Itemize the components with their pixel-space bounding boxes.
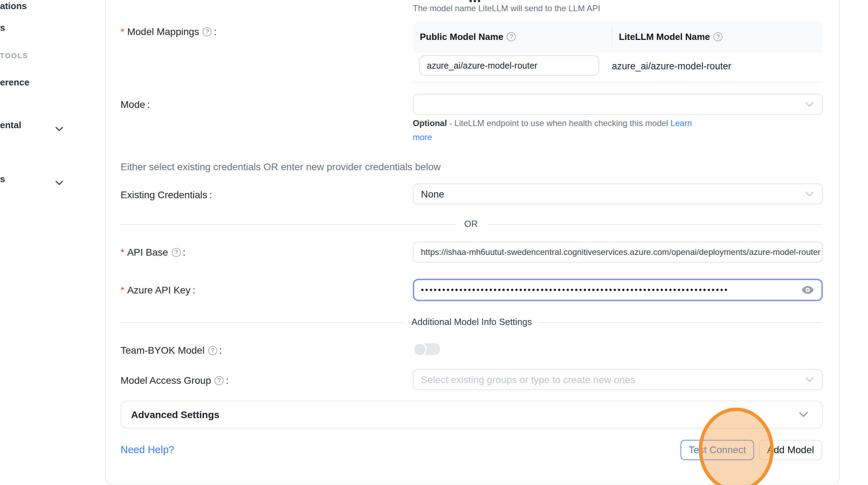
help-icon[interactable] [203,27,212,36]
help-icon[interactable] [172,248,181,257]
table-header-row: Public Model Name LiteLLM Model Name [414,21,822,53]
or-divider-text: OR [457,219,485,229]
model-name-note: The model name LiteLLM will send to the … [413,4,600,13]
clipped-text-fragment [470,0,481,2]
existing-credentials-value: None [421,188,444,200]
select-placeholder: Select existing groups or type to create… [421,374,635,385]
header-public-model-name: Public Model Name [414,32,612,42]
litellm-model-name-value: azure_ai/azure-model-router [612,53,731,79]
add-model-form-page: ations s TOOLS erence ental s The model … [0,0,868,485]
help-icon[interactable] [208,346,217,355]
help-icon[interactable] [214,376,224,385]
existing-credentials-select[interactable]: None [412,183,823,205]
chevron-down-icon [805,377,814,382]
azure-api-key-label: Azure API Key [121,284,195,296]
sidebar-item-clipped[interactable]: s [0,22,5,33]
model-mappings-table: Public Model Name LiteLLM Model Name azu… [414,21,822,83]
mode-help-text: Optional - LiteLLM endpoint to use when … [413,116,702,144]
masked-password-value: ••••••••••••••••••••••••••••••••••••••••… [421,285,738,295]
existing-credentials-label: Existing Credentials [121,189,212,200]
azure-api-key-input[interactable]: ••••••••••••••••••••••••••••••••••••••••… [412,279,823,301]
chevron-down-icon[interactable] [55,176,63,188]
sidebar-item-clipped[interactable]: ental [0,120,21,130]
chevron-down-icon [805,192,814,196]
sidebar-section-tools: TOOLS [0,52,28,60]
add-model-button[interactable]: Add Model [759,439,822,460]
help-icon[interactable] [713,32,723,41]
chevron-down-icon [805,102,814,107]
toggle-knob [414,344,425,355]
sidebar-item-clipped[interactable]: s [0,174,5,184]
divider-line [488,224,823,225]
test-connect-button[interactable]: Test Connect [681,439,754,460]
mode-label: Mode [121,99,150,110]
sidebar-item-clipped[interactable]: ations [0,1,27,11]
divider-line [538,322,823,323]
mode-select[interactable] [412,94,823,115]
header-litellm-model-name: LiteLLM Model Name [612,27,822,47]
help-icon[interactable] [507,32,516,41]
team-byok-toggle[interactable] [415,343,440,355]
required-asterisk [121,247,127,258]
model-access-group-select[interactable]: Select existing groups or type to create… [412,369,823,390]
api-base-label: API Base [121,247,185,258]
credentials-note: Either select existing credentials OR en… [121,161,441,172]
advanced-settings-toggle[interactable]: Advanced Settings [121,401,823,429]
public-model-name-input[interactable]: azure_ai/azure-model-router [419,55,599,76]
team-byok-label: Team-BYOK Model [121,345,222,356]
required-asterisk [121,284,127,296]
divider-line [121,224,456,225]
additional-settings-divider-text: Additional Model Info Settings [405,317,538,327]
eye-icon[interactable] [802,286,814,294]
api-base-input[interactable]: https://ishaa-mh6uutut-swedencentral.cog… [412,242,823,263]
need-help-link[interactable]: Need Help? [121,444,174,455]
chevron-down-icon [799,412,808,417]
model-access-group-label: Model Access Group [121,375,228,386]
table-row: azure_ai/azure-model-router azure_ai/azu… [414,53,822,83]
required-asterisk [121,26,127,37]
divider-line [121,322,405,323]
model-mappings-label: Model Mappings [121,26,217,37]
chevron-down-icon[interactable] [55,122,63,134]
sidebar-item-clipped[interactable]: erence [0,77,29,88]
